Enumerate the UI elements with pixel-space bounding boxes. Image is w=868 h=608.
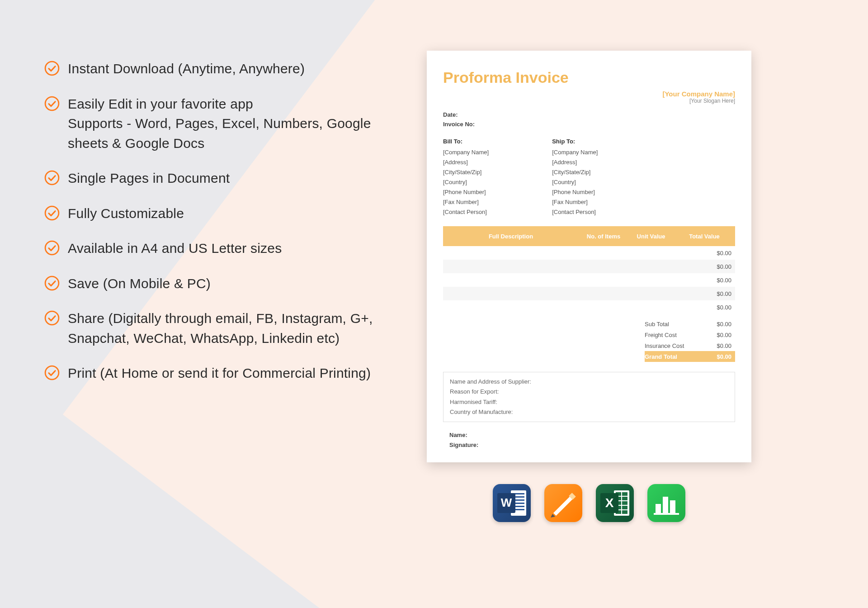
numbers-icon [647,484,685,522]
address-line: [Address] [443,157,489,167]
totals-block: Sub Total $0.00 Freight Cost $0.00 Insur… [443,318,735,362]
svg-text:W: W [501,496,512,509]
address-line: [Fax Number] [552,197,598,207]
feature-item: Easily Edit in your favorite app Support… [44,94,380,153]
grand-total-label: Grand Total [645,353,703,360]
grand-total-value: $0.00 [703,353,735,360]
feature-item: Single Pages in Document [44,168,380,188]
note-line: Country of Manufacture: [450,407,728,417]
note-line: Reason for Export: [450,387,728,397]
check-icon [44,276,60,291]
svg-point-6 [45,311,59,325]
insurance-value: $0.00 [703,342,735,349]
grand-total-line: Grand Total $0.00 [645,351,735,362]
table-row: $0.00 [443,300,735,314]
feature-item: Available in A4 and US Letter sizes [44,238,380,258]
invoice-no-label: Invoice No: [443,120,735,129]
svg-point-2 [45,171,59,185]
check-icon [44,61,60,76]
feature-text: Fully Customizable [68,204,184,223]
check-icon [44,365,60,380]
word-icon: W [493,484,531,522]
svg-rect-26 [622,506,627,509]
feature-item: Save (On Mobile & PC) [44,274,380,294]
invoice-title: Proforma Invoice [443,69,735,86]
bill-to-header: Bill To: [443,137,489,147]
col-description: Full Description [443,233,579,240]
feature-item: Instant Download (Anytime, Anywhere) [44,59,380,79]
address-line: [Country] [552,177,598,187]
check-icon [44,170,60,185]
feature-text: Print (At Home or send it for Commercial… [68,363,371,383]
svg-rect-33 [670,500,675,513]
feature-text: Available in A4 and US Letter sizes [68,238,282,258]
feature-text: Easily Edit in your favorite app Support… [68,94,380,153]
check-icon [44,240,60,256]
row-value: $0.00 [717,290,735,297]
svg-point-3 [45,206,59,220]
feature-text: Save (On Mobile & PC) [68,274,211,294]
feature-item: Print (At Home or send it for Commercial… [44,363,380,383]
svg-rect-24 [622,501,627,505]
svg-point-4 [45,241,59,255]
svg-point-7 [45,366,59,380]
signature-block: Name: Signature: [443,430,735,450]
row-value: $0.00 [717,263,735,270]
svg-rect-28 [622,510,627,514]
subtotal-value: $0.00 [703,321,735,328]
row-value: $0.00 [717,277,735,284]
address-line: [Company Name] [443,147,489,157]
svg-rect-34 [654,513,679,515]
table-header: Full Description No. of Items Unit Value… [443,226,735,246]
signature-line: Signature: [449,440,735,450]
template-preview: Proforma Invoice [Your Company Name] [Yo… [427,51,751,522]
ship-to-header: Ship To: [552,137,598,147]
company-name: [Your Company Name] [443,90,735,98]
row-value: $0.00 [717,304,735,311]
address-line: [Contact Person] [552,207,598,217]
col-total: Total Value [674,233,735,240]
table-row: $0.00 [443,260,735,273]
check-icon [44,96,60,111]
company-header: [Your Company Name] [Your Slogan Here] [443,90,735,104]
address-line: [City/State/Zip] [552,167,598,177]
insurance-label: Insurance Cost [645,342,703,349]
ship-to-column: Ship To: [Company Name] [Address] [City/… [552,137,598,218]
address-line: [Phone Number] [443,187,489,197]
table-row: $0.00 [443,287,735,300]
note-line: Name and Address of Supplier: [450,377,728,387]
bill-to-column: Bill To: [Company Name] [Address] [City/… [443,137,489,218]
svg-rect-31 [656,504,661,513]
address-line: [Fax Number] [443,197,489,207]
insurance-line: Insurance Cost $0.00 [443,340,735,351]
feature-item: Share (Digitally through email, FB, Inst… [44,309,380,348]
address-line: [Phone Number] [552,187,598,197]
address-line: [Contact Person] [443,207,489,217]
subtotal-line: Sub Total $0.00 [443,318,735,329]
freight-line: Freight Cost $0.00 [443,329,735,340]
invoice-document: Proforma Invoice [Your Company Name] [Yo… [427,51,751,462]
note-line: Harmonised Tariff: [450,397,728,407]
address-line: [Country] [443,177,489,187]
date-label: Date: [443,110,735,120]
feature-item: Fully Customizable [44,204,380,223]
svg-rect-22 [622,497,627,500]
app-icons-row: W X [427,484,751,522]
check-icon [44,310,60,326]
table-row: $0.00 [443,273,735,287]
svg-rect-32 [663,497,668,513]
col-unit: Unit Value [628,233,674,240]
notes-box: Name and Address of Supplier: Reason for… [443,372,735,422]
signature-name: Name: [449,430,735,440]
feature-list: Instant Download (Anytime, Anywhere) Eas… [0,0,398,608]
svg-point-0 [45,62,59,75]
svg-text:X: X [605,496,614,510]
check-icon [44,205,60,221]
feature-text: Single Pages in Document [68,168,230,188]
address-block: Bill To: [Company Name] [Address] [City/… [443,137,735,218]
row-value: $0.00 [717,250,735,256]
company-slogan: [Your Slogan Here] [443,98,735,104]
pages-icon [544,484,582,522]
address-line: [Company Name] [552,147,598,157]
freight-value: $0.00 [703,332,735,338]
